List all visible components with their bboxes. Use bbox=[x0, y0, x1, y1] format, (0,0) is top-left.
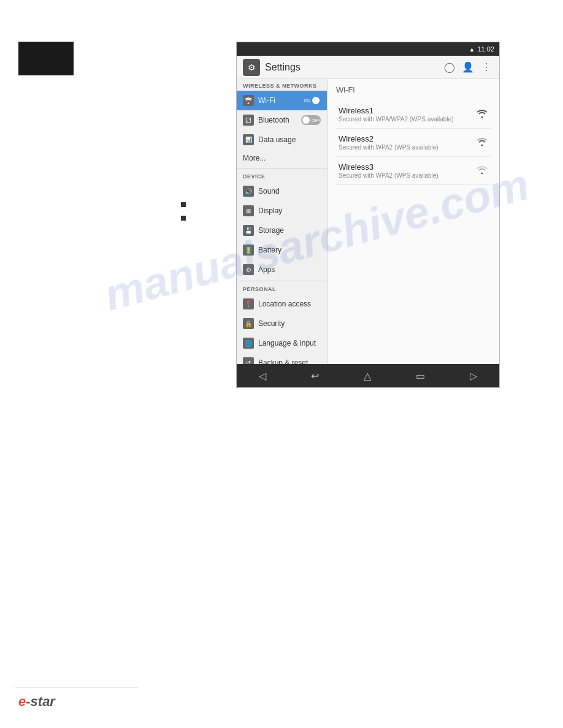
language-label: Language & input bbox=[258, 339, 316, 347]
volume-up-button[interactable]: ▷ bbox=[465, 368, 482, 384]
settings-app-icon: ⚙ bbox=[243, 59, 260, 76]
wifi-network-item[interactable]: Wireless3 Secured with WPA2 (WPS availab… bbox=[336, 157, 491, 185]
wifi-network-info: Wireless2 Secured with WPA2 (WPS availab… bbox=[339, 134, 470, 151]
status-bar: ▲ 11:02 bbox=[237, 42, 499, 56]
wifi-network-subtitle: Secured with WPA2 (WPS available) bbox=[339, 172, 470, 179]
sidebar-item-storage[interactable]: 💾 Storage bbox=[237, 221, 327, 240]
bottom-navigation: ◁ ↩ △ ▭ ▷ bbox=[237, 364, 499, 387]
more-label: More... bbox=[243, 154, 266, 162]
wifi-network-name: Wireless1 bbox=[339, 106, 470, 115]
apps-label: Apps bbox=[258, 265, 275, 274]
status-icons: ▲ 11:02 bbox=[469, 45, 494, 53]
sidebar-item-more[interactable]: More... bbox=[237, 150, 327, 167]
apps-icon: ⚙ bbox=[243, 264, 254, 275]
section-personal: PERSONAL bbox=[237, 282, 327, 294]
volume-down-button[interactable]: ◁ bbox=[254, 368, 271, 384]
security-icon: 🔒 bbox=[243, 318, 254, 329]
sound-label: Sound bbox=[258, 187, 280, 195]
bluetooth-icon: ⚁ bbox=[243, 115, 254, 126]
section-wireless-networks: WIRELESS & NETWORKS bbox=[237, 79, 327, 91]
wifi-network-item[interactable]: Wireless2 Secured with WPA2 (WPS availab… bbox=[336, 129, 491, 157]
wifi-signal-icon bbox=[476, 108, 488, 121]
bluetooth-toggle[interactable]: OFF bbox=[301, 115, 321, 125]
battery-label: Battery bbox=[258, 246, 282, 254]
bullet-item bbox=[181, 216, 186, 221]
section-device: DEVICE bbox=[237, 170, 327, 181]
wifi-icon bbox=[243, 95, 254, 106]
divider bbox=[237, 168, 327, 169]
data-usage-label: Data usage bbox=[258, 135, 296, 144]
display-icon: 🖥 bbox=[243, 205, 254, 216]
sidebar-item-battery[interactable]: 🔋 Battery bbox=[237, 240, 327, 260]
home-button[interactable]: △ bbox=[359, 368, 376, 384]
sound-icon: 🔊 bbox=[243, 186, 254, 197]
black-rectangle bbox=[18, 42, 74, 75]
sidebar-item-language-input[interactable]: 🌐 Language & input bbox=[237, 333, 327, 353]
user-circle-icon[interactable]: ◯ bbox=[443, 61, 456, 74]
wifi-toggle[interactable]: ON bbox=[301, 96, 321, 105]
wifi-network-subtitle: Secured with WPA/WPA2 (WPS available) bbox=[339, 116, 470, 123]
wifi-panel: Wi-Fi Wireless1 Secured with WPA/WPA2 (W… bbox=[327, 79, 499, 364]
sidebar: WIRELESS & NETWORKS Wi-Fi ON bbox=[237, 79, 327, 364]
sim-icon: ▲ bbox=[469, 46, 475, 53]
sidebar-item-security[interactable]: 🔒 Security bbox=[237, 314, 327, 333]
wifi-network-info: Wireless1 Secured with WPA/WPA2 (WPS ava… bbox=[339, 106, 470, 123]
sidebar-item-sound[interactable]: 🔊 Sound bbox=[237, 181, 327, 201]
divider bbox=[237, 281, 327, 281]
battery-icon: 🔋 bbox=[243, 245, 254, 256]
sidebar-item-backup-reset[interactable]: ↺ Backup & reset bbox=[237, 353, 327, 364]
bullet-list bbox=[181, 202, 186, 229]
panel-title: Wi-Fi bbox=[336, 85, 491, 94]
wifi-network-name: Wireless3 bbox=[339, 162, 470, 172]
location-label: Location access bbox=[258, 300, 311, 308]
storage-label: Storage bbox=[258, 226, 284, 235]
wifi-network-info: Wireless3 Secured with WPA2 (WPS availab… bbox=[339, 162, 470, 179]
display-label: Display bbox=[258, 207, 282, 215]
back-button[interactable]: ↩ bbox=[306, 368, 324, 384]
sidebar-item-bluetooth[interactable]: ⚁ Bluetooth OFF bbox=[237, 110, 327, 130]
backup-icon: ↺ bbox=[243, 357, 254, 364]
recents-button[interactable]: ▭ bbox=[411, 368, 430, 384]
wifi-network-subtitle: Secured with WPA2 (WPS available) bbox=[339, 144, 470, 151]
app-bar-actions: ◯ 👤 ⋮ bbox=[443, 61, 493, 74]
sidebar-item-apps[interactable]: ⚙ Apps bbox=[237, 260, 327, 279]
app-bar: ⚙ Settings ◯ 👤 ⋮ bbox=[237, 56, 499, 79]
storage-icon: 💾 bbox=[243, 225, 254, 236]
more-options-icon[interactable]: ⋮ bbox=[480, 61, 493, 74]
bullet-item bbox=[181, 202, 186, 207]
wifi-network-item[interactable]: Wireless1 Secured with WPA/WPA2 (WPS ava… bbox=[336, 100, 491, 129]
language-icon: 🌐 bbox=[243, 338, 254, 349]
tablet-device: ▲ 11:02 ⚙ Settings ◯ 👤 ⋮ WIRELESS & NETW… bbox=[236, 42, 500, 388]
sidebar-item-location-access[interactable]: 📍 Location access bbox=[237, 294, 327, 314]
security-label: Security bbox=[258, 319, 285, 328]
time-display: 11:02 bbox=[477, 45, 494, 53]
bluetooth-label: Bluetooth bbox=[258, 116, 289, 124]
app-bar-title: Settings bbox=[265, 62, 443, 73]
wifi-network-name: Wireless2 bbox=[339, 134, 470, 143]
content-area: WIRELESS & NETWORKS Wi-Fi ON bbox=[237, 79, 499, 364]
logo-divider bbox=[15, 688, 138, 688]
sidebar-item-data-usage[interactable]: 📊 Data usage bbox=[237, 130, 327, 150]
wifi-label: Wi-Fi bbox=[258, 96, 275, 105]
wifi-signal-icon bbox=[476, 165, 488, 177]
wifi-signal-icon bbox=[476, 137, 488, 149]
data-usage-icon: 📊 bbox=[243, 134, 254, 145]
sidebar-item-display[interactable]: 🖥 Display bbox=[237, 201, 327, 221]
person-icon[interactable]: 👤 bbox=[461, 61, 475, 74]
location-icon: 📍 bbox=[243, 298, 254, 309]
sidebar-item-wifi[interactable]: Wi-Fi ON bbox=[237, 91, 327, 110]
backup-label: Backup & reset bbox=[258, 358, 308, 364]
brand-logo: e-star bbox=[18, 694, 55, 710]
